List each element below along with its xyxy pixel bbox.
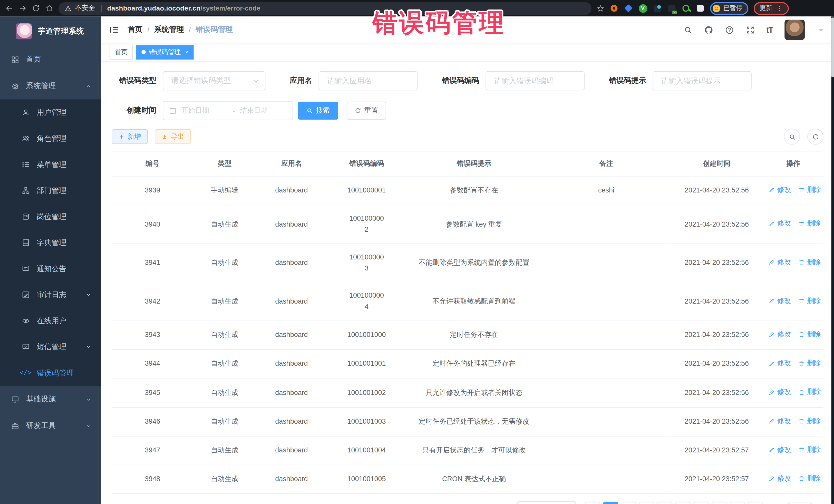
extension-icon-2[interactable]	[624, 4, 633, 13]
edit-link[interactable]: 修改	[769, 358, 791, 369]
page-scrollbar[interactable]	[831, 17, 834, 504]
browser-update-button[interactable]: 更新 ⋮	[754, 2, 789, 15]
delete-link[interactable]: 删除	[798, 257, 821, 268]
sidebar-item-错误码管理[interactable]: </>错误码管理	[0, 360, 101, 386]
page-button-...[interactable]: •••	[711, 502, 726, 504]
goto-page-input[interactable]	[788, 502, 812, 504]
breadcrumb-item[interactable]: 错误码管理	[196, 25, 233, 35]
table-row[interactable]: 3944自动生成dashboard1001001001定时任务的处理器已经存在2…	[112, 350, 823, 378]
delete-link[interactable]: 删除	[798, 184, 821, 196]
delete-link[interactable]: 删除	[798, 329, 821, 340]
table-row[interactable]: 3942自动生成dashboard1001000004不允许获取敏感配置到前端2…	[112, 282, 823, 321]
page-button-8[interactable]: 8	[730, 502, 745, 504]
sidebar-item-基础设施[interactable]: 基础设施	[0, 386, 101, 413]
browser-forward-icon[interactable]	[19, 4, 27, 12]
table-row[interactable]: 3939手动编辑dashboard1001000001参数配置不存在ceshi2…	[112, 176, 823, 205]
sidebar-item-研发工具[interactable]: 研发工具	[0, 413, 101, 439]
sidebar-item-角色管理[interactable]: 角色管理	[0, 126, 101, 152]
export-button[interactable]: 导出	[155, 129, 191, 144]
page-button-3[interactable]: 3	[639, 502, 654, 504]
sidebar-item-首页[interactable]: 首页	[0, 46, 101, 73]
page-button-1[interactable]: 1	[603, 502, 618, 504]
date-range-picker[interactable]: 开始日期 - 结束日期	[163, 101, 293, 120]
sidebar-group-系统管理[interactable]: 系统管理	[0, 73, 101, 100]
sidebar-item-审计日志[interactable]: 审计日志	[0, 282, 101, 308]
edit-link[interactable]: 修改	[769, 473, 791, 484]
edit-link[interactable]: 修改	[769, 329, 791, 340]
error-type-select[interactable]: 请选择错误码类型	[163, 71, 265, 91]
add-button[interactable]: 新增	[112, 129, 148, 144]
bookmark-star-icon[interactable]	[597, 5, 604, 12]
table-row[interactable]: 3948自动生成dashboard1001001005CRON 表达式不正确20…	[112, 465, 823, 494]
avatar-caret-icon[interactable]	[816, 25, 826, 34]
app-name-input[interactable]	[319, 71, 418, 91]
tab-tag-首页[interactable]: 首页	[110, 45, 133, 60]
delete-link[interactable]: 删除	[798, 473, 821, 484]
table-row[interactable]: 3946自动生成dashboard1001001003定时任务已经处于该状态，无…	[112, 407, 823, 436]
user-avatar[interactable]	[785, 20, 805, 40]
sidebar-item-通知公告[interactable]: 通知公告	[0, 256, 101, 282]
close-icon[interactable]: ×	[185, 49, 188, 56]
extension-icon-4[interactable]	[653, 4, 662, 13]
page-size-select[interactable]: 10条/页	[517, 501, 576, 504]
search-button[interactable]: 搜索	[298, 102, 338, 119]
next-page-button[interactable]: ›	[748, 502, 763, 504]
delete-link[interactable]: 删除	[798, 295, 821, 306]
sidebar-item-岗位管理[interactable]: 岗位管理	[0, 203, 101, 230]
page-button-6[interactable]: 6	[694, 502, 708, 504]
extension-icon-3[interactable]: V	[638, 4, 647, 13]
extension-icon-5[interactable]	[667, 4, 676, 13]
table-row[interactable]: 3943自动生成dashboard1001001000定时任务不存在2021-0…	[112, 321, 823, 350]
sidebar-item-短信管理[interactable]: 短信管理	[0, 334, 101, 360]
prev-page-button[interactable]: ‹	[585, 502, 600, 504]
sidebar-toggle-icon[interactable]	[110, 25, 119, 35]
search-icon[interactable]	[683, 25, 692, 34]
table-row[interactable]: 3947自动生成dashboard1001001004只有开启状态的任务，才可以…	[112, 436, 823, 465]
delete-link[interactable]: 删除	[798, 358, 821, 369]
app-logo[interactable]: 芋道管理系统	[0, 17, 101, 46]
page-button-5[interactable]: 5	[675, 502, 690, 504]
browser-menu-dots-icon[interactable]: ⋮	[776, 5, 783, 12]
edit-link[interactable]: 修改	[769, 257, 791, 268]
url-bar[interactable]: 不安全 dashboard.yudao.iocoder.cn/system/er…	[59, 2, 592, 15]
table-row[interactable]: 3945自动生成dashboard1001001002只允许修改为开启或者关闭状…	[112, 378, 823, 407]
sidebar-item-用户管理[interactable]: 用户管理	[0, 99, 101, 126]
show-search-icon-button[interactable]	[784, 129, 800, 145]
delete-link[interactable]: 删除	[798, 387, 821, 398]
sidebar-item-在线用户[interactable]: 在线用户	[0, 308, 101, 334]
edit-link[interactable]: 修改	[769, 295, 791, 306]
edit-link[interactable]: 修改	[769, 218, 791, 229]
github-icon[interactable]	[704, 25, 713, 34]
fullscreen-icon[interactable]	[746, 25, 755, 34]
edit-link[interactable]: 修改	[769, 444, 791, 455]
edit-link[interactable]: 修改	[769, 184, 791, 196]
edit-link[interactable]: 修改	[769, 387, 791, 398]
table-row[interactable]: 3940自动生成dashboard1001000002参数配置 key 重复20…	[112, 205, 823, 243]
font-size-icon[interactable]: tT	[766, 25, 773, 34]
delete-link[interactable]: 删除	[798, 415, 821, 426]
page-button-2[interactable]: 2	[621, 502, 636, 504]
help-icon[interactable]	[725, 25, 734, 34]
refresh-table-button[interactable]	[807, 129, 823, 145]
browser-home-icon[interactable]	[45, 4, 53, 12]
extension-icon-6[interactable]	[681, 4, 690, 13]
sidebar-item-菜单管理[interactable]: 菜单管理	[0, 151, 101, 178]
browser-back-icon[interactable]	[5, 4, 13, 12]
sidebar-item-字典管理[interactable]: 字典管理	[0, 230, 101, 256]
scrollbar-thumb[interactable]	[831, 18, 834, 77]
paused-extension-badge[interactable]: ☺ 已暂停	[710, 2, 748, 15]
reset-button[interactable]: 重置	[347, 102, 386, 119]
breadcrumb-item[interactable]: 系统管理	[154, 25, 184, 35]
delete-link[interactable]: 删除	[798, 444, 821, 455]
error-code-input[interactable]	[485, 71, 585, 91]
page-button-4[interactable]: 4	[657, 502, 672, 504]
breadcrumb-item[interactable]: 首页	[128, 25, 142, 35]
tab-tag-错误码管理[interactable]: 错误码管理×	[136, 45, 194, 60]
extension-icon-7[interactable]	[696, 4, 705, 13]
table-row[interactable]: 3941自动生成dashboard1001000003不能删除类型为系统内置的参…	[112, 243, 823, 282]
delete-link[interactable]: 删除	[798, 218, 821, 229]
browser-reload-icon[interactable]	[32, 4, 40, 12]
extension-icon-1[interactable]	[610, 4, 618, 13]
error-hint-input[interactable]	[653, 71, 752, 91]
sidebar-item-部门管理[interactable]: 部门管理	[0, 178, 101, 204]
